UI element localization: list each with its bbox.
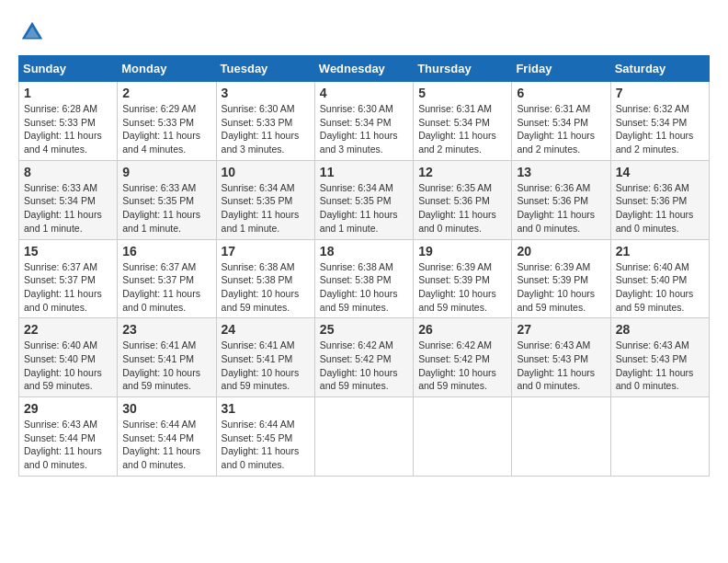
day-number: 1 bbox=[24, 86, 112, 100]
day-number: 29 bbox=[24, 401, 112, 416]
calendar-cell bbox=[512, 397, 610, 477]
day-number: 12 bbox=[418, 165, 506, 179]
day-info: Sunrise: 6:39 AMSunset: 5:39 PMDaylight:… bbox=[517, 260, 605, 315]
page-header bbox=[18, 18, 710, 46]
calendar-cell: 26Sunrise: 6:42 AMSunset: 5:42 PMDayligh… bbox=[414, 318, 512, 397]
logo bbox=[18, 18, 50, 46]
calendar-cell: 2Sunrise: 6:29 AMSunset: 5:33 PMDaylight… bbox=[118, 82, 216, 161]
day-number: 28 bbox=[616, 322, 704, 337]
calendar-cell: 13Sunrise: 6:36 AMSunset: 5:36 PMDayligh… bbox=[512, 160, 610, 239]
calendar-cell: 8Sunrise: 6:33 AMSunset: 5:34 PMDaylight… bbox=[19, 160, 118, 239]
day-info: Sunrise: 6:40 AMSunset: 5:40 PMDaylight:… bbox=[24, 339, 112, 393]
day-number: 15 bbox=[24, 244, 112, 259]
calendar-cell bbox=[314, 397, 413, 477]
calendar-week-row: 22Sunrise: 6:40 AMSunset: 5:40 PMDayligh… bbox=[19, 318, 710, 397]
calendar-cell: 3Sunrise: 6:30 AMSunset: 5:33 PMDaylight… bbox=[216, 82, 314, 161]
day-number: 17 bbox=[222, 244, 310, 259]
calendar-cell: 7Sunrise: 6:32 AMSunset: 5:34 PMDaylight… bbox=[610, 82, 709, 161]
day-info: Sunrise: 6:31 AMSunset: 5:34 PMDaylight:… bbox=[418, 102, 506, 156]
day-info: Sunrise: 6:40 AMSunset: 5:40 PMDaylight:… bbox=[616, 260, 704, 315]
day-info: Sunrise: 6:33 AMSunset: 5:35 PMDaylight:… bbox=[122, 181, 210, 236]
day-number: 13 bbox=[517, 165, 605, 179]
day-info: Sunrise: 6:38 AMSunset: 5:38 PMDaylight:… bbox=[320, 260, 408, 315]
day-info: Sunrise: 6:42 AMSunset: 5:42 PMDaylight:… bbox=[418, 339, 506, 393]
calendar-header-tuesday: Tuesday bbox=[216, 56, 314, 82]
calendar-cell bbox=[610, 397, 709, 477]
day-number: 20 bbox=[517, 244, 605, 259]
day-info: Sunrise: 6:33 AMSunset: 5:34 PMDaylight:… bbox=[24, 181, 112, 236]
day-info: Sunrise: 6:36 AMSunset: 5:36 PMDaylight:… bbox=[616, 181, 704, 236]
day-info: Sunrise: 6:34 AMSunset: 5:35 PMDaylight:… bbox=[222, 181, 310, 236]
calendar-cell: 10Sunrise: 6:34 AMSunset: 5:35 PMDayligh… bbox=[216, 160, 314, 239]
day-info: Sunrise: 6:44 AMSunset: 5:44 PMDaylight:… bbox=[122, 418, 210, 472]
day-number: 16 bbox=[122, 244, 210, 259]
day-number: 22 bbox=[24, 322, 112, 337]
day-number: 18 bbox=[320, 244, 408, 259]
calendar-header-thursday: Thursday bbox=[414, 56, 512, 82]
day-number: 2 bbox=[122, 86, 210, 100]
day-info: Sunrise: 6:41 AMSunset: 5:41 PMDaylight:… bbox=[222, 339, 310, 393]
day-number: 8 bbox=[24, 165, 112, 179]
calendar-header-monday: Monday bbox=[118, 56, 216, 82]
day-info: Sunrise: 6:36 AMSunset: 5:36 PMDaylight:… bbox=[517, 181, 605, 236]
day-number: 31 bbox=[222, 401, 310, 416]
calendar-cell: 1Sunrise: 6:28 AMSunset: 5:33 PMDaylight… bbox=[19, 82, 118, 161]
day-number: 24 bbox=[222, 322, 310, 337]
calendar-header-sunday: Sunday bbox=[19, 56, 118, 82]
calendar-header-saturday: Saturday bbox=[610, 56, 709, 82]
calendar-header-wednesday: Wednesday bbox=[314, 56, 413, 82]
calendar-cell: 18Sunrise: 6:38 AMSunset: 5:38 PMDayligh… bbox=[314, 239, 413, 318]
calendar-cell: 16Sunrise: 6:37 AMSunset: 5:37 PMDayligh… bbox=[118, 239, 216, 318]
day-number: 23 bbox=[122, 322, 210, 337]
day-number: 21 bbox=[616, 244, 704, 259]
day-number: 27 bbox=[517, 322, 605, 337]
calendar-cell: 22Sunrise: 6:40 AMSunset: 5:40 PMDayligh… bbox=[19, 318, 118, 397]
day-number: 5 bbox=[418, 86, 506, 100]
day-number: 6 bbox=[517, 86, 605, 100]
day-info: Sunrise: 6:43 AMSunset: 5:43 PMDaylight:… bbox=[517, 339, 605, 393]
logo-icon bbox=[18, 18, 46, 46]
calendar-cell: 14Sunrise: 6:36 AMSunset: 5:36 PMDayligh… bbox=[610, 160, 709, 239]
calendar-header-friday: Friday bbox=[512, 56, 610, 82]
calendar-cell: 28Sunrise: 6:43 AMSunset: 5:43 PMDayligh… bbox=[610, 318, 709, 397]
calendar-cell: 17Sunrise: 6:38 AMSunset: 5:38 PMDayligh… bbox=[216, 239, 314, 318]
calendar-cell: 20Sunrise: 6:39 AMSunset: 5:39 PMDayligh… bbox=[512, 239, 610, 318]
calendar-cell: 25Sunrise: 6:42 AMSunset: 5:42 PMDayligh… bbox=[314, 318, 413, 397]
day-info: Sunrise: 6:39 AMSunset: 5:39 PMDaylight:… bbox=[418, 260, 506, 315]
day-info: Sunrise: 6:41 AMSunset: 5:41 PMDaylight:… bbox=[122, 339, 210, 393]
calendar-cell: 11Sunrise: 6:34 AMSunset: 5:35 PMDayligh… bbox=[314, 160, 413, 239]
day-number: 26 bbox=[418, 322, 506, 337]
day-info: Sunrise: 6:31 AMSunset: 5:34 PMDaylight:… bbox=[517, 102, 605, 156]
calendar-cell: 15Sunrise: 6:37 AMSunset: 5:37 PMDayligh… bbox=[19, 239, 118, 318]
day-number: 10 bbox=[222, 165, 310, 179]
calendar-cell: 19Sunrise: 6:39 AMSunset: 5:39 PMDayligh… bbox=[414, 239, 512, 318]
calendar-cell: 24Sunrise: 6:41 AMSunset: 5:41 PMDayligh… bbox=[216, 318, 314, 397]
day-number: 25 bbox=[320, 322, 408, 337]
calendar-week-row: 8Sunrise: 6:33 AMSunset: 5:34 PMDaylight… bbox=[19, 160, 710, 239]
calendar-table: SundayMondayTuesdayWednesdayThursdayFrid… bbox=[18, 55, 710, 477]
calendar-cell: 12Sunrise: 6:35 AMSunset: 5:36 PMDayligh… bbox=[414, 160, 512, 239]
calendar-cell bbox=[414, 397, 512, 477]
calendar-cell: 30Sunrise: 6:44 AMSunset: 5:44 PMDayligh… bbox=[118, 397, 216, 477]
calendar-cell: 31Sunrise: 6:44 AMSunset: 5:45 PMDayligh… bbox=[216, 397, 314, 477]
calendar-cell: 21Sunrise: 6:40 AMSunset: 5:40 PMDayligh… bbox=[610, 239, 709, 318]
day-number: 4 bbox=[320, 86, 408, 100]
calendar-cell: 9Sunrise: 6:33 AMSunset: 5:35 PMDaylight… bbox=[118, 160, 216, 239]
calendar-cell: 4Sunrise: 6:30 AMSunset: 5:34 PMDaylight… bbox=[314, 82, 413, 161]
day-info: Sunrise: 6:32 AMSunset: 5:34 PMDaylight:… bbox=[616, 102, 704, 156]
day-info: Sunrise: 6:43 AMSunset: 5:43 PMDaylight:… bbox=[616, 339, 704, 393]
day-info: Sunrise: 6:44 AMSunset: 5:45 PMDaylight:… bbox=[222, 418, 310, 472]
day-number: 30 bbox=[122, 401, 210, 416]
calendar-week-row: 1Sunrise: 6:28 AMSunset: 5:33 PMDaylight… bbox=[19, 82, 710, 161]
calendar-cell: 29Sunrise: 6:43 AMSunset: 5:44 PMDayligh… bbox=[19, 397, 118, 477]
day-number: 7 bbox=[616, 86, 704, 100]
calendar-cell: 27Sunrise: 6:43 AMSunset: 5:43 PMDayligh… bbox=[512, 318, 610, 397]
day-info: Sunrise: 6:38 AMSunset: 5:38 PMDaylight:… bbox=[222, 260, 310, 315]
calendar-week-row: 29Sunrise: 6:43 AMSunset: 5:44 PMDayligh… bbox=[19, 397, 710, 477]
day-number: 9 bbox=[122, 165, 210, 179]
day-info: Sunrise: 6:30 AMSunset: 5:34 PMDaylight:… bbox=[320, 102, 408, 156]
day-info: Sunrise: 6:37 AMSunset: 5:37 PMDaylight:… bbox=[24, 260, 112, 315]
calendar-cell: 23Sunrise: 6:41 AMSunset: 5:41 PMDayligh… bbox=[118, 318, 216, 397]
day-info: Sunrise: 6:30 AMSunset: 5:33 PMDaylight:… bbox=[222, 102, 310, 156]
day-info: Sunrise: 6:35 AMSunset: 5:36 PMDaylight:… bbox=[418, 181, 506, 236]
